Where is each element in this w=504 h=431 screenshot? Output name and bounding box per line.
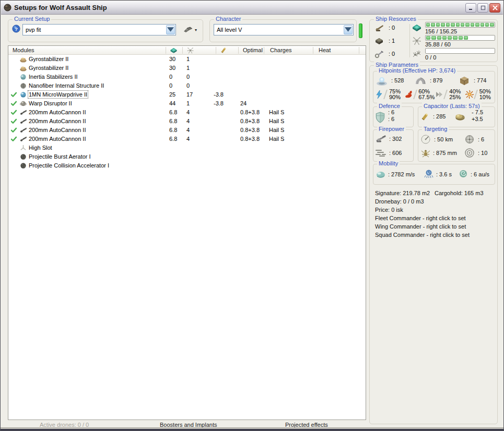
module-row[interactable]: Projectile Burst Aerator I — [8, 152, 366, 161]
armor-hp-icon — [414, 76, 427, 86]
high-slot-icon — [19, 144, 27, 152]
firepower-caption: Firepower — [377, 126, 406, 132]
combo-dropdown-arrow-icon[interactable] — [344, 25, 353, 34]
module-cpu-value: 6.8 — [169, 109, 177, 115]
module-pg-value: 0 — [186, 74, 190, 80]
explosive-resist-icon — [465, 90, 474, 99]
module-row[interactable]: High Slot — [8, 143, 366, 152]
fleet-commander-label[interactable]: Fleet Commander - right click to set — [375, 215, 466, 221]
column-header-optimal[interactable]: Optimal — [243, 47, 263, 53]
dropdown-caret-icon: ▾ — [195, 28, 197, 32]
active-check-icon — [10, 109, 17, 116]
maximize-icon — [480, 5, 486, 10]
module-row[interactable]: 200mm AutoCannon II6.840.8+3.8Hail S — [8, 135, 366, 143]
capacitor-recharge: +3.5 — [472, 116, 483, 122]
column-header-modules[interactable]: Modules — [13, 47, 34, 53]
column-header-charges[interactable]: Charges — [270, 47, 292, 53]
module-cap-value: -3.8 — [214, 91, 224, 98]
sig-radius-icon — [464, 148, 475, 158]
turret-hardpoint-icon — [374, 23, 384, 33]
price-label: Price: 0 isk — [375, 207, 403, 213]
hull-hp-icon — [458, 76, 471, 86]
module-optimal-value: 0.8+3.8 — [240, 118, 260, 124]
character-combobox[interactable]: All level V — [214, 24, 354, 35]
capacitor-column-icon[interactable] — [219, 46, 227, 54]
resist-bottom-value: 10% — [479, 94, 491, 100]
module-row[interactable]: 200mm AutoCannon II6.840.8+3.8Hail S — [8, 126, 366, 135]
warp-disruptor-icon — [19, 100, 27, 107]
scan-resolution-value: : 875 mm — [433, 150, 457, 156]
module-optimal-value: 24 — [240, 100, 247, 106]
module-cpu-value: 25 — [169, 91, 175, 98]
sig-radius-value: : 10 — [478, 150, 487, 156]
module-name: 200mm AutoCannon II — [29, 136, 86, 142]
module-row[interactable]: Projectile Collision Accelerator I — [8, 161, 366, 170]
resource-slots: : 0: 1: 0 — [373, 22, 409, 61]
module-row[interactable]: Gyrostabilizer II301 — [8, 55, 366, 64]
drone-icon — [412, 49, 422, 59]
nanofiber-icon — [19, 82, 27, 90]
minimize-icon — [468, 5, 474, 10]
shield-hp-icon — [376, 76, 388, 86]
module-cpu-value: 30 — [169, 65, 175, 71]
wing-commander-label[interactable]: Wing Commander - right click to set — [375, 223, 466, 230]
module-row[interactable]: Warp Disruptor II441-3.824 — [8, 99, 366, 108]
agility-icon — [424, 169, 434, 179]
powergrid-column-icon[interactable] — [186, 46, 194, 54]
ship-menu-button[interactable]: ▾ — [180, 24, 200, 35]
module-row[interactable]: 1MN MicroWarpdrive II2517-3.8 — [8, 90, 366, 99]
setup-combobox[interactable]: pvp fit — [22, 24, 176, 35]
squad-commander-label[interactable]: Squad Commander - right click to set — [375, 232, 470, 238]
hitpoints-groupbox: Hitpoints (Effective HP: 3,674) : 528 : … — [373, 71, 495, 103]
firepower-volley: : 606 — [389, 150, 402, 156]
module-cpu-value: 0 — [169, 82, 172, 89]
cpu-column-icon[interactable] — [170, 46, 178, 54]
module-name: Projectile Collision Accelerator I — [29, 162, 109, 169]
module-row[interactable]: 200mm AutoCannon II6.840.8+3.8Hail S — [8, 117, 366, 126]
module-charge-value: Hail S — [269, 109, 284, 115]
module-pg-value: 1 — [186, 56, 190, 62]
resource-slot-row: : 0 — [373, 48, 409, 61]
module-cpu-value: 30 — [169, 56, 175, 62]
module-name: 1MN MicroWarpdrive II — [29, 91, 87, 98]
column-header-heat[interactable]: Heat — [319, 47, 331, 53]
targeting-range-icon — [420, 134, 431, 145]
module-state-blank — [10, 82, 17, 89]
window-title: Setups for Wolf Assault Ship — [14, 4, 463, 11]
close-button[interactable] — [489, 3, 500, 13]
module-row[interactable]: Gyrostabilizer II301 — [8, 64, 366, 73]
module-cpu-value: 44 — [169, 100, 175, 106]
resource-bar-row: 0 / 0 — [412, 47, 495, 61]
module-row[interactable]: Nanofiber Internal Structure II00 — [8, 81, 366, 90]
module-pg-value: 1 — [186, 100, 190, 106]
divider — [474, 90, 479, 99]
armor-hp-value: : 879 — [430, 77, 442, 83]
capacitor-drain: - 7.5 — [472, 109, 483, 115]
defence-shield-icon — [375, 112, 385, 123]
app-window: Setups for Wolf Assault Ship Current Set… — [0, 0, 504, 431]
defence-caption: Defence — [377, 103, 402, 109]
gyrostabilizer-icon — [19, 64, 27, 72]
module-list-rows: Gyrostabilizer II301Gyrostabilizer II301… — [8, 55, 366, 170]
combo-dropdown-arrow-icon[interactable] — [166, 25, 175, 34]
module-charge-value: Hail S — [269, 118, 284, 124]
firepower-dps: : 302 — [389, 136, 402, 142]
help-icon[interactable]: ? — [12, 25, 20, 33]
active-check-icon — [10, 136, 17, 142]
shield-hp-value: : 528 — [391, 77, 404, 83]
module-optimal-value: 0.8+3.8 — [240, 136, 260, 142]
resist-bottom-value: 90% — [389, 94, 401, 100]
minimize-button[interactable] — [465, 3, 476, 13]
module-row[interactable]: 200mm AutoCannon II6.840.8+3.8Hail S — [8, 108, 366, 117]
autocannon-icon — [19, 117, 27, 125]
module-pg-value: 0 — [186, 82, 190, 89]
module-row[interactable]: Inertia Stabilizers II00 — [8, 73, 366, 81]
maximize-button[interactable] — [477, 3, 488, 13]
module-state-blank — [10, 74, 17, 80]
title-bar[interactable]: Setups for Wolf Assault Ship — [1, 1, 503, 15]
ship-parameters-groupbox: Ship Parameters Hitpoints (Effective HP:… — [369, 65, 498, 424]
volley-icon — [374, 149, 387, 157]
resource-bar-text: 35.88 / 60 — [425, 41, 495, 47]
gyrostabilizer-icon — [19, 55, 27, 63]
resource-bar-text: 156 / 156.25 — [425, 28, 495, 34]
